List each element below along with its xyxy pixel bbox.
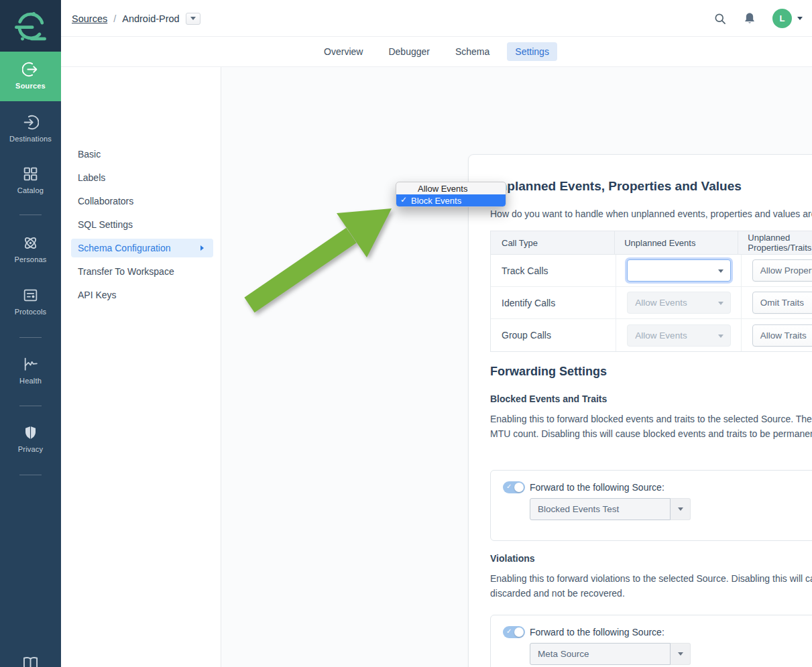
subnav-label: API Keys — [78, 290, 117, 300]
sidebar-label: Catalog — [0, 186, 61, 194]
notifications-button[interactable] — [743, 11, 756, 25]
tab-schema[interactable]: Schema — [447, 42, 498, 61]
identify-traits-select[interactable]: Omit Traits — [752, 292, 812, 314]
blocked-forward-toggle[interactable]: ✓ — [503, 481, 525, 493]
forward-source-label: Forward to the following Source: — [530, 482, 664, 493]
app-root: Sources Destinations Catalog — [0, 0, 812, 667]
unplanned-events-dropdown-menu: Allow Events ✓ Block Events — [396, 182, 506, 207]
table-cell: Allow Events — [616, 319, 741, 351]
select-value: Meta Source — [538, 649, 589, 659]
segment-logo[interactable] — [0, 0, 61, 52]
subnav-item-sql-settings[interactable]: SQL Settings — [71, 215, 213, 234]
breadcrumb: Sources / Android-Prod — [72, 0, 200, 37]
sidebar-label: Sources — [0, 82, 61, 90]
select-value: Allow Properties — [760, 265, 812, 276]
catalog-icon — [22, 166, 39, 182]
subnav-item-collaborators[interactable]: Collaborators — [71, 192, 213, 210]
check-icon: ✓ — [400, 195, 407, 204]
toggle-knob — [514, 483, 524, 492]
book-icon — [21, 655, 40, 667]
toggle-knob — [514, 627, 524, 637]
subnav-label: Schema Configuration — [78, 243, 171, 253]
select-value: Allow Events — [635, 298, 687, 308]
table-cell: Allow Traits — [742, 319, 812, 351]
forward-source-label: Forward to the following Source: — [530, 627, 664, 638]
sidebar-item-catalog[interactable]: Catalog — [0, 166, 61, 194]
subnav-item-schema-configuration[interactable]: Schema Configuration — [71, 239, 213, 257]
group-unplanned-events-select: Allow Events — [627, 324, 731, 347]
subnav-item-basic[interactable]: Basic — [71, 145, 213, 164]
source-tabs: Overview Debugger Schema Settings — [61, 37, 812, 67]
tab-settings[interactable]: Settings — [507, 42, 557, 61]
menu-item-allow-events[interactable]: Allow Events — [396, 182, 506, 194]
table-row: Group Calls Allow Events Allow Traits — [491, 319, 812, 351]
row-label: Identify Calls — [491, 287, 616, 318]
group-traits-select[interactable]: Allow Traits — [752, 324, 812, 347]
identify-unplanned-events-select: Allow Events — [627, 292, 731, 314]
source-switcher-button[interactable] — [186, 13, 200, 25]
table-row: Identify Calls Allow Events Omit Traits — [491, 287, 812, 319]
breadcrumb-sources-link[interactable]: Sources — [72, 13, 107, 24]
primary-sidebar: Sources Destinations Catalog — [0, 0, 61, 667]
blocked-source-select[interactable]: Blocked Events Test — [530, 498, 691, 520]
tab-overview[interactable]: Overview — [316, 42, 371, 61]
table-cell: Allow Events — [616, 287, 741, 318]
sidebar-item-privacy[interactable]: Privacy — [0, 424, 61, 453]
select-value: Allow Events — [635, 330, 687, 341]
subnav-item-transfer-to-workspace[interactable]: Transfer To Workspace — [71, 262, 213, 281]
user-menu[interactable]: L — [772, 9, 803, 28]
sidebar-item-docs[interactable] — [0, 655, 61, 667]
subnav-label: Transfer To Workspace — [78, 266, 174, 277]
subnav-item-api-keys[interactable]: API Keys — [71, 286, 213, 304]
destinations-icon — [22, 114, 39, 131]
section-description: How do you want to handle when unplanned… — [490, 208, 812, 219]
track-unplanned-events-select[interactable] — [627, 259, 731, 282]
menu-item-block-events[interactable]: ✓ Block Events — [396, 194, 506, 206]
table-cell: Omit Traits — [742, 287, 812, 318]
health-icon — [22, 356, 39, 373]
sidebar-divider — [19, 215, 42, 215]
page-title: Unplanned Events, Properties and Values — [490, 179, 742, 194]
table-header-row: Call Type Unplanned Events Unplanned Pro… — [491, 231, 812, 255]
sidebar-item-protocols[interactable]: Protocols — [0, 287, 61, 316]
bell-icon — [743, 11, 756, 25]
chevron-down-icon — [190, 17, 196, 20]
tab-debugger[interactable]: Debugger — [380, 42, 438, 61]
violations-source-select[interactable]: Meta Source — [530, 643, 691, 665]
blocked-events-heading: Blocked Events and Traits — [490, 393, 607, 404]
sidebar-item-personas[interactable]: Personas — [0, 235, 61, 263]
blocked-events-description: Enabling this to forward blocked events … — [490, 412, 812, 441]
sidebar-item-destinations[interactable]: Destinations — [0, 114, 61, 143]
subnav-label: Labels — [78, 172, 105, 183]
schema-defaults-table: Call Type Unplanned Events Unplanned Pro… — [490, 231, 812, 352]
search-button[interactable] — [713, 12, 727, 25]
sidebar-item-health[interactable]: Health — [0, 356, 61, 385]
row-label: Group Calls — [491, 319, 616, 351]
breadcrumb-current: Android-Prod — [122, 13, 179, 24]
sidebar-divider — [19, 337, 42, 338]
table-cell: Allow Properties — [742, 255, 812, 286]
blocked-forward-box: ✓ Forward to the following Source: Block… — [490, 470, 812, 541]
subnav-item-labels[interactable]: Labels — [71, 168, 213, 187]
column-header-call-type: Call Type — [491, 231, 615, 254]
sources-icon — [22, 61, 39, 78]
table-row: Track Calls Allow Properties — [491, 255, 812, 287]
sidebar-item-sources[interactable]: Sources — [0, 52, 61, 101]
chevron-down-icon — [671, 498, 691, 520]
sidebar-divider — [19, 406, 42, 406]
sidebar-label: Privacy — [0, 445, 61, 453]
chevron-down-icon — [671, 643, 691, 665]
check-icon: ✓ — [506, 627, 512, 635]
subnav-label: SQL Settings — [78, 219, 133, 230]
sidebar-label: Destinations — [0, 135, 61, 143]
track-properties-select[interactable]: Allow Properties — [752, 259, 812, 282]
violations-forward-toggle[interactable]: ✓ — [503, 626, 525, 638]
select-value: Omit Traits — [760, 298, 804, 308]
main-content: Unplanned Events, Properties and Values … — [221, 67, 812, 667]
settings-card: Unplanned Events, Properties and Values … — [468, 154, 812, 667]
segment-logo-icon — [13, 9, 48, 44]
search-icon — [713, 12, 727, 25]
column-header-unplanned-properties-traits: Unplanned Properties/Traits — [738, 231, 812, 254]
avatar[interactable]: L — [772, 9, 792, 28]
privacy-icon — [22, 424, 39, 441]
